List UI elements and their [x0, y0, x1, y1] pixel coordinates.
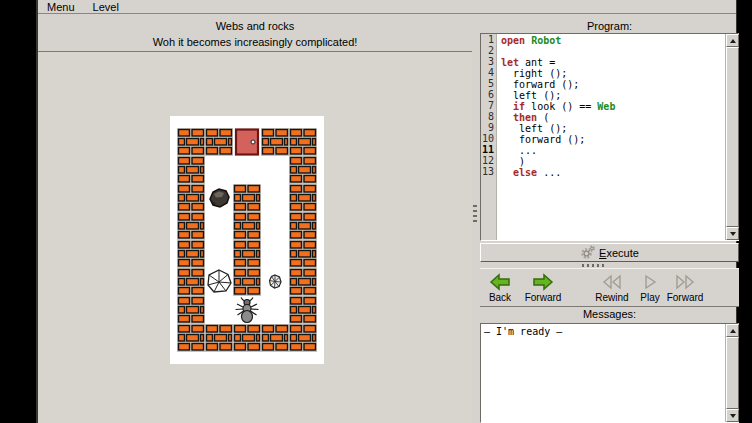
menu-item-1[interactable]: Level: [84, 0, 128, 14]
tile-wall: [177, 128, 205, 156]
tile-wall: [289, 212, 317, 240]
tile-door: [233, 128, 261, 156]
program-title: Program:: [480, 20, 739, 32]
forward-button[interactable]: Forward: [521, 271, 565, 305]
tile-wall: [205, 324, 233, 352]
code-segment: let: [501, 57, 519, 68]
code-segment: ant =: [519, 57, 555, 68]
message-lines: — I'm ready —: [484, 326, 724, 422]
line-number: 1: [481, 34, 496, 45]
tile-wall: [233, 240, 261, 268]
step-forward-button[interactable]: Forward: [660, 271, 710, 305]
tile-wall: [233, 268, 261, 296]
toolbar-button-label: Forward: [521, 292, 565, 304]
execute-button[interactable]: Execute: [480, 243, 739, 262]
tile-wall: [177, 324, 205, 352]
scroll-up-button[interactable]: [726, 324, 739, 337]
tile-smallweb: [261, 268, 289, 296]
tile-wall: [289, 156, 317, 184]
arrow-right-green-icon: [521, 271, 565, 292]
playback-toolbar: BackForwardRewindPlayForward: [480, 268, 739, 307]
line-number: 9: [481, 122, 496, 133]
code-segment: ...: [537, 167, 561, 178]
tile-wall: [261, 128, 289, 156]
rewind-button[interactable]: Rewind: [590, 271, 634, 305]
code-segment: ...: [501, 145, 537, 156]
line-number: 10: [481, 133, 496, 144]
tile-wall: [261, 324, 289, 352]
scrollbar-thumb[interactable]: [726, 47, 739, 227]
tile-wall: [289, 268, 317, 296]
screen: MenuLevel Webs and rocks Woh it becomes …: [0, 0, 752, 423]
tile-wall: [289, 184, 317, 212]
gears-icon: [580, 244, 596, 262]
code-segment: left ();: [501, 123, 567, 134]
arrow-left-green-icon: [481, 271, 519, 292]
level-title: Webs and rocks: [38, 20, 472, 32]
line-number: 7: [481, 100, 496, 111]
vertical-pane-grip[interactable]: [473, 205, 477, 223]
code-line: then (: [501, 112, 724, 123]
line-numbers: 12345678910111213: [481, 34, 497, 240]
scroll-down-button[interactable]: [726, 227, 739, 240]
line-number: 11: [481, 144, 496, 155]
tile-wall: [289, 240, 317, 268]
code-line: left ();: [501, 123, 724, 134]
code-segment: left ();: [501, 90, 561, 101]
code-line: open Robot: [501, 35, 724, 46]
code-segment: [501, 101, 513, 112]
line-number: 6: [481, 89, 496, 100]
code-segment: look () ==: [525, 101, 597, 112]
line-number: 8: [481, 111, 496, 122]
code-segment: if: [513, 101, 525, 112]
code-line: left ();: [501, 90, 724, 101]
code-segment: then: [513, 112, 537, 123]
fast-forward-outline-icon: [660, 271, 710, 292]
tile-ant: [233, 296, 261, 324]
triangle-down-icon: [730, 414, 736, 418]
code-lines[interactable]: open Robotlet ant = right (); forward ()…: [498, 34, 724, 240]
code-segment: [501, 112, 513, 123]
menubar: MenuLevel: [38, 0, 736, 14]
toolbar-button-label: Back: [481, 292, 519, 304]
line-number: 2: [481, 45, 496, 56]
line-number: 12: [481, 155, 496, 166]
execute-label: Execute: [599, 247, 639, 259]
level-subtitle: Woh it becomes increasingly complicated!: [38, 36, 472, 48]
messages-console[interactable]: — I'm ready —: [480, 323, 739, 423]
tile-wall: [289, 128, 317, 156]
code-line: let ant =: [501, 57, 724, 68]
code-line: forward ();: [501, 134, 724, 145]
code-line: else ...: [501, 167, 724, 178]
tile-wall: [177, 156, 205, 184]
code-line: right ();: [501, 68, 724, 79]
tile-wall: [233, 184, 261, 212]
message-line: — I'm ready —: [484, 326, 724, 338]
messages-title: Messages:: [480, 308, 739, 320]
code-segment: (: [537, 112, 549, 123]
horizontal-pane-grip[interactable]: [582, 264, 606, 267]
tile-rock: [205, 184, 233, 212]
scrollbar-thumb[interactable]: [726, 337, 739, 409]
code-segment: Robot: [531, 35, 561, 46]
messages-scrollbar[interactable]: [725, 324, 738, 422]
tile-wall: [205, 128, 233, 156]
tile-wall: [289, 324, 317, 352]
menu-item-0[interactable]: Menu: [38, 0, 84, 14]
code-line: [501, 46, 724, 57]
line-number: 3: [481, 56, 496, 67]
code-scrollbar[interactable]: [725, 34, 738, 240]
toolbar-button-label: Forward: [660, 292, 710, 304]
code-segment: ): [501, 156, 525, 167]
scroll-down-button[interactable]: [726, 409, 739, 422]
scroll-up-button[interactable]: [726, 34, 739, 47]
code-editor[interactable]: 12345678910111213 open Robotlet ant = ri…: [480, 33, 739, 241]
tile-wall: [177, 184, 205, 212]
back-button[interactable]: Back: [481, 271, 519, 305]
line-number: 5: [481, 78, 496, 89]
code-line: if look () == Web: [501, 101, 724, 112]
game-board: [170, 116, 324, 364]
line-number: 13: [481, 166, 496, 177]
tile-wall: [177, 212, 205, 240]
tile-wall: [177, 240, 205, 268]
